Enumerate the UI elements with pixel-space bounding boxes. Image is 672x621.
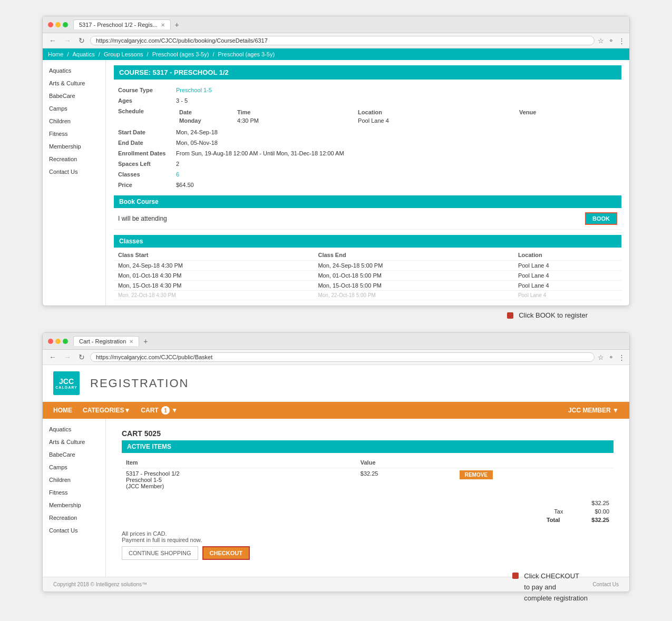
site-content-1: Home / Aquatics / Group Lessons / Presch… [43,48,629,305]
close-dot[interactable] [48,22,53,27]
sidebar-item-recreation-2[interactable]: Recreation [43,511,105,524]
breadcrumb-preschool-2[interactable]: Preschool (ages 3-5y) [218,51,275,57]
footer-contact[interactable]: Contact Us [593,581,619,587]
cart-title: CART 5025 [114,424,621,440]
new-tab-button-1[interactable]: + [175,21,179,29]
browser-window-1: 5317 - Preschool 1/2 - Regis... ✕ + ← → … [42,16,630,306]
course-type-label: Course Type [114,85,172,95]
total-value: $32.25 [591,517,609,523]
sidebar-item-aquatics-1[interactable]: Aquatics [43,64,105,77]
enrollment-label: Enrollment Dates [114,148,172,159]
sidebar-item-children-1[interactable]: Children [43,115,105,127]
breadcrumb-aquatics[interactable]: Aquatics [73,51,95,57]
browser-tab-1[interactable]: 5317 - Preschool 1/2 - Regis... ✕ [73,19,171,29]
spaces-row: Spaces Left 2 [114,159,621,169]
user-icon-2[interactable]: ⚬ [608,353,614,361]
address-bar-1[interactable]: https://mycalgaryjcc.com/CJCC/public/boo… [90,36,595,45]
sidebar-item-camps-2[interactable]: Camps [43,461,105,474]
back-button-2[interactable]: ← [47,352,59,362]
jcc-registration-title: REGISTRATION [90,377,189,390]
prices-note: All prices in CAD. [122,530,613,537]
total-label: Total [547,517,560,523]
spaces-value: 2 [172,159,621,169]
sched-location: Pool Lane 4 [355,116,516,125]
remove-button[interactable]: REMOVE [460,470,493,479]
refresh-button-1[interactable]: ↻ [76,35,87,46]
new-tab-button-2[interactable]: + [143,337,148,346]
nav-cart[interactable]: CART 1 ▼ [141,406,178,415]
sched-venue-header: Venue [516,108,617,116]
forward-button-1[interactable]: → [62,35,73,46]
sidebar-item-membership-2[interactable]: Membership [43,499,105,511]
subtotal-value: $32.25 [591,500,609,506]
start-date-label: Start Date [114,127,172,137]
breadcrumb-preschool-1[interactable]: Preschool (ages 3-5y) [152,51,209,57]
sidebar-item-fitness-2[interactable]: Fitness [43,486,105,499]
back-button-1[interactable]: ← [47,35,59,46]
cart-remove-cell: REMOVE [455,468,613,492]
sidebar-item-arts-1[interactable]: Arts & Culture [43,77,105,90]
item-member: (JCC Member) [126,483,352,489]
schedule-value: Date Time Location Venue Monday 4:30 PM … [172,106,621,127]
jcc-nav: HOME CATEGORIES▼ CART 1 ▼ JCC MEMBER ▼ [43,402,629,419]
class-row-1: Mon, 24-Sep-18 4:30 PM Mon, 24-Sep-18 5:… [114,261,621,271]
cart-item-value: $32.25 [356,468,455,492]
refresh-button-2[interactable]: ↻ [76,352,87,362]
sidebar-item-fitness-1[interactable]: Fitness [43,127,105,140]
star-icon-2[interactable]: ☆ [598,353,604,361]
continue-shopping-button[interactable]: CONTINUE SHOPPING [122,546,198,560]
sidebar-item-children-2[interactable]: Children [43,474,105,486]
class-3-loc: Pool Lane 4 [514,281,621,291]
minimize-dot[interactable] [55,22,61,27]
sidebar-item-aquatics-2[interactable]: Aquatics [43,423,105,436]
annotation-2-line1: Click CHECKOUT [524,571,588,582]
tab-close-1[interactable]: ✕ [161,22,165,28]
main-content-1: COURSE: 5317 - PRESCHOOL 1/2 Course Type… [106,60,629,305]
window-controls-2 [48,339,68,344]
tab-close-2[interactable]: ✕ [129,339,133,344]
browser-window-2: Cart - Registration ✕ + ← → ↻ https://my… [42,332,630,592]
nav-categories[interactable]: CATEGORIES▼ [83,407,130,414]
user-icon[interactable]: ⚬ [608,37,614,45]
sidebar-item-contact-1[interactable]: Contact Us [43,165,105,178]
browser-nav-1: ← → ↻ https://mycalgaryjcc.com/CJCC/publ… [43,33,629,48]
maximize-dot-2[interactable] [63,339,68,344]
spaces-label: Spaces Left [114,159,172,169]
end-date-label: End Date [114,137,172,148]
sidebar-item-membership-1[interactable]: Membership [43,140,105,153]
browser-nav-icons-1: ☆ ⚬ ⋮ [598,37,625,45]
tax-row: Tax $0.00 [122,507,613,516]
checkout-button[interactable]: CHECKOUT [202,546,250,560]
menu-icon[interactable]: ⋮ [618,37,625,45]
cart-badge: 1 [161,406,170,415]
course-info-table: Course Type Preschool 1-5 Ages 3 - 5 Sch… [114,85,621,190]
menu-icon-2[interactable]: ⋮ [618,353,625,361]
minimize-dot-2[interactable] [55,339,61,344]
classes-value[interactable]: 6 [176,171,179,178]
forward-button-2[interactable]: → [62,352,73,362]
book-button[interactable]: BOOK [585,212,617,225]
cart-item-header: Item [122,457,356,468]
breadcrumb-group-lessons[interactable]: Group Lessons [104,51,143,57]
end-date-value: Mon, 05-Nov-18 [172,137,621,148]
sidebar-item-babecare-2[interactable]: BabeCare [43,448,105,461]
nav-jcc-member[interactable]: JCC MEMBER ▼ [568,407,619,414]
sidebar-item-recreation-1[interactable]: Recreation [43,153,105,165]
breadcrumb-sep-4: / [212,51,216,57]
nav-home[interactable]: HOME [53,407,72,414]
maximize-dot[interactable] [63,22,68,27]
browser-tab-2[interactable]: Cart - Registration ✕ [73,336,139,346]
breadcrumb-home[interactable]: Home [48,51,63,57]
address-bar-2[interactable]: https://mycalgaryjcc.com/CJCC/public/Bas… [90,352,595,362]
course-type-value[interactable]: Preschool 1-5 [176,87,212,93]
sidebar-item-babecare-1[interactable]: BabeCare [43,90,105,102]
sidebar-item-arts-2[interactable]: Arts & Culture [43,436,105,448]
classes-loc-header: Location [514,250,621,261]
star-icon[interactable]: ☆ [598,37,604,45]
tax-value: $0.00 [595,508,609,515]
sidebar-item-contact-2[interactable]: Contact Us [43,524,105,537]
close-dot-2[interactable] [48,339,53,344]
annotation-2-marker [512,573,519,579]
jcc-header: JCC CALGARY REGISTRATION [43,365,629,402]
sidebar-item-camps-1[interactable]: Camps [43,102,105,115]
